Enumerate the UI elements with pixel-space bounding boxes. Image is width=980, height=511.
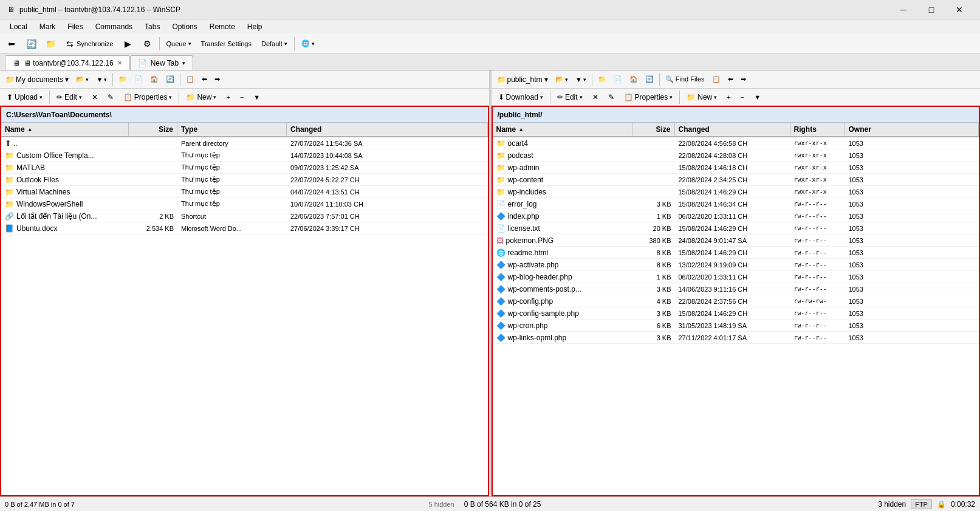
local-col-type[interactable]: Type bbox=[177, 123, 287, 136]
local-rename-button[interactable]: ✎ bbox=[103, 91, 118, 104]
remote-new-file-button[interactable]: 📄 bbox=[611, 72, 625, 87]
local-home-button[interactable]: 🏠 bbox=[147, 72, 162, 87]
remote-add-button[interactable]: + bbox=[722, 91, 735, 104]
remote-delete-button[interactable]: ✕ bbox=[588, 91, 603, 104]
tab-session-close[interactable]: ✕ bbox=[117, 60, 122, 66]
close-button[interactable]: ✕ bbox=[946, 1, 973, 18]
local-properties-button[interactable]: 📋 Properties ▾ bbox=[119, 91, 177, 104]
menu-commands[interactable]: Commands bbox=[91, 21, 137, 32]
remote-col-owner[interactable]: Owner bbox=[845, 123, 979, 136]
remote-list-item[interactable]: 🔷 wp-links-opml.php 3 KB 27/11/2022 4:01… bbox=[493, 332, 979, 344]
local-delete-button[interactable]: ✕ bbox=[87, 91, 102, 104]
local-edit-button[interactable]: ✏ Edit ▾ bbox=[52, 91, 86, 104]
local-filter2-button[interactable]: ▼ bbox=[249, 91, 264, 104]
remote-forward-button[interactable]: ➡ bbox=[738, 72, 749, 87]
local-file-list[interactable]: Name ▲ Size Type Changed ⬆ .. bbox=[1, 123, 488, 495]
local-forward-button[interactable]: ➡ bbox=[211, 72, 223, 87]
remote-filter2-button[interactable]: ▼ bbox=[750, 91, 765, 104]
menu-tabs[interactable]: Tabs bbox=[140, 21, 165, 32]
remote-list-item[interactable]: 🔷 wp-cron.php 6 KB 31/05/2023 1:48:19 SA… bbox=[493, 320, 979, 332]
queue-button[interactable]: Queue ▾ bbox=[162, 36, 196, 52]
remote-list-item[interactable]: 🔷 wp-activate.php 8 KB 13/02/2024 9:19:0… bbox=[493, 259, 979, 271]
remote-list-item[interactable]: 📁 ocart4 22/08/2024 4:56:58 CH rwxr-xr-x… bbox=[493, 137, 979, 149]
settings-button[interactable]: ⚙ bbox=[139, 36, 157, 52]
local-list-item[interactable]: 📁 MATLAB Thư mục tệp 09/07/2023 1:25:42 … bbox=[1, 162, 488, 174]
remote-list-item[interactable]: 📁 wp-includes 15/08/2024 1:46:29 CH rwxr… bbox=[493, 186, 979, 198]
local-folder-open-button[interactable]: 📂 ▾ bbox=[73, 72, 92, 87]
remote-new-folder-button[interactable]: 📁 bbox=[595, 72, 609, 87]
remote-col-size[interactable]: Size bbox=[632, 123, 675, 136]
refresh-button[interactable]: 🔄 bbox=[22, 36, 40, 52]
remote-list-item[interactable]: 🖼 pokemon.PNG 380 KB 24/08/2024 9:01:47 … bbox=[493, 235, 979, 247]
menu-files[interactable]: Files bbox=[63, 21, 87, 32]
menu-local[interactable]: Local bbox=[5, 21, 32, 32]
maximize-button[interactable]: □ bbox=[918, 1, 945, 18]
local-add-button[interactable]: + bbox=[222, 91, 234, 104]
tab-dropdown-arrow[interactable]: ▾ bbox=[182, 60, 185, 66]
remote-copy-button[interactable]: 📋 bbox=[709, 72, 724, 87]
remote-list-item[interactable]: 🔷 wp-comments-post.p... 3 KB 14/06/2023 … bbox=[493, 283, 979, 295]
local-list-item[interactable]: 📁 WindowsPowerShell Thư mục tệp 10/07/20… bbox=[1, 198, 488, 210]
local-list-item[interactable]: 📘 Ubuntu.docx 2.534 KB Microsoft Word Do… bbox=[1, 222, 488, 235]
remote-nav-path-button[interactable]: 📁 public_htm ▾ bbox=[494, 72, 551, 87]
local-col-size[interactable]: Size bbox=[129, 123, 177, 136]
transfer-settings-button[interactable]: Transfer Settings bbox=[197, 36, 256, 52]
local-col-changed[interactable]: Changed bbox=[287, 123, 488, 136]
remote-list-item[interactable]: 🌐 readme.html 8 KB 15/08/2024 1:46:29 CH… bbox=[493, 247, 979, 259]
remote-col-rights[interactable]: Rights bbox=[790, 123, 845, 136]
remote-back-button[interactable]: ⬅ bbox=[725, 72, 736, 87]
remote-list-item[interactable]: 🔷 wp-config-sample.php 3 KB 15/08/2024 1… bbox=[493, 307, 979, 320]
remote-refresh-button[interactable]: 🔄 bbox=[642, 72, 657, 87]
remote-list-item[interactable]: 🔷 wp-blog-header.php 1 KB 06/02/2020 1:3… bbox=[493, 271, 979, 283]
local-new-folder-button[interactable]: 📁 bbox=[115, 72, 130, 87]
remote-home-button[interactable]: 🏠 bbox=[626, 72, 641, 87]
local-list-item[interactable]: 📁 Virtual Machines Thư mục tệp 04/07/202… bbox=[1, 186, 488, 198]
remote-list-item[interactable]: 📄 error_log 3 KB 15/08/2024 1:46:34 CH r… bbox=[493, 198, 979, 210]
tab-new[interactable]: 📄 New Tab ▾ bbox=[130, 55, 193, 70]
remote-list-item[interactable]: 🔷 wp-config.php 4 KB 22/08/2024 2:37:56 … bbox=[493, 295, 979, 307]
menu-mark[interactable]: Mark bbox=[35, 21, 61, 32]
remote-edit-button[interactable]: ✏ Edit ▾ bbox=[553, 91, 587, 104]
remote-list-item[interactable]: 📁 podcast 22/08/2024 4:28:08 CH rwxr-xr-… bbox=[493, 149, 979, 162]
remote-list-item[interactable]: 📄 license.txt 20 KB 15/08/2024 1:46:29 C… bbox=[493, 222, 979, 235]
remote-list-item[interactable]: 🔷 index.php 1 KB 06/02/2020 1:33:11 CH r… bbox=[493, 210, 979, 222]
local-list-item[interactable]: ⬆ .. Parent directory 27/07/2024 11:54:3… bbox=[1, 137, 488, 149]
remote-list-item[interactable]: 📁 wp-admin 15/08/2024 1:46:18 CH rwxr-xr… bbox=[493, 162, 979, 174]
remote-filter-button[interactable]: ▼ ▾ bbox=[572, 72, 589, 87]
local-minus-button[interactable]: − bbox=[236, 91, 248, 104]
minimize-button[interactable]: ─ bbox=[890, 1, 917, 18]
remote-file-list[interactable]: Name ▲ Size Changed Rights Owner bbox=[493, 123, 979, 495]
remote-minus-button[interactable]: − bbox=[736, 91, 749, 104]
menu-options[interactable]: Options bbox=[167, 21, 202, 32]
folder-button[interactable]: 📁 bbox=[41, 36, 60, 52]
local-col-name[interactable]: Name ▲ bbox=[1, 123, 129, 136]
tab-session[interactable]: 🖥 🖥 toantvbr@103.74.122.16 ✕ bbox=[5, 55, 130, 70]
upload-button[interactable]: ⬆ Upload ▾ bbox=[2, 91, 47, 104]
local-list-item[interactable]: 🔗 Lối tắt đến Tài liệu (On... 2 KB Short… bbox=[1, 210, 488, 222]
find-files-button[interactable]: 🔍 Find Files bbox=[662, 72, 708, 87]
local-copy-button[interactable]: 📋 bbox=[183, 72, 197, 87]
remote-list-item[interactable]: 📁 wp-content 22/08/2024 2:34:25 CH rwxr-… bbox=[493, 174, 979, 186]
local-new-file-button[interactable]: 📄 bbox=[131, 72, 146, 87]
local-list-item[interactable]: 📁 Custom Office Templa... Thư mục tệp 14… bbox=[1, 149, 488, 162]
menu-remote[interactable]: Remote bbox=[205, 21, 240, 32]
remote-new-button[interactable]: 📁 New ▾ bbox=[682, 91, 721, 104]
local-filter-button[interactable]: ▼ ▾ bbox=[93, 72, 110, 87]
local-list-item[interactable]: 📁 Outlook Files Thư mục tệp 22/07/2024 5… bbox=[1, 174, 488, 186]
back-button[interactable]: ⬅ bbox=[2, 36, 21, 52]
local-refresh-button[interactable]: 🔄 bbox=[163, 72, 177, 87]
local-back-button[interactable]: ⬅ bbox=[199, 72, 210, 87]
remote-properties-button[interactable]: 📋 Properties ▾ bbox=[620, 91, 677, 104]
remote-col-name[interactable]: Name ▲ bbox=[493, 123, 632, 136]
download-button[interactable]: ⬇ Download ▾ bbox=[494, 91, 547, 104]
transfer-default-button[interactable]: Default ▾ bbox=[257, 36, 292, 52]
remote-folder-open-button[interactable]: 📂 ▾ bbox=[552, 72, 571, 87]
terminal-button[interactable]: ▶ bbox=[119, 36, 137, 52]
browser-button[interactable]: 🌐 ▾ bbox=[297, 36, 319, 52]
menu-help[interactable]: Help bbox=[242, 21, 267, 32]
remote-col-changed[interactable]: Changed bbox=[675, 123, 790, 136]
remote-rename-button[interactable]: ✎ bbox=[604, 91, 618, 104]
synchronize-button[interactable]: ⇆ Synchronize bbox=[61, 36, 118, 52]
local-nav-path-button[interactable]: 📁 My documents ▾ bbox=[2, 72, 72, 87]
local-new-button[interactable]: 📁 New ▾ bbox=[182, 91, 221, 104]
